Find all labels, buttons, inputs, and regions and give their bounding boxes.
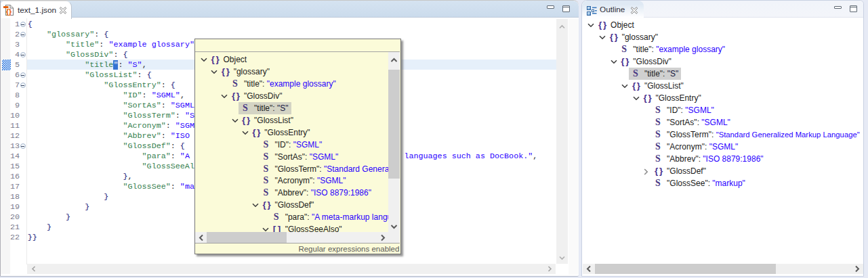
svg-text:{}: {} (6, 7, 12, 16)
